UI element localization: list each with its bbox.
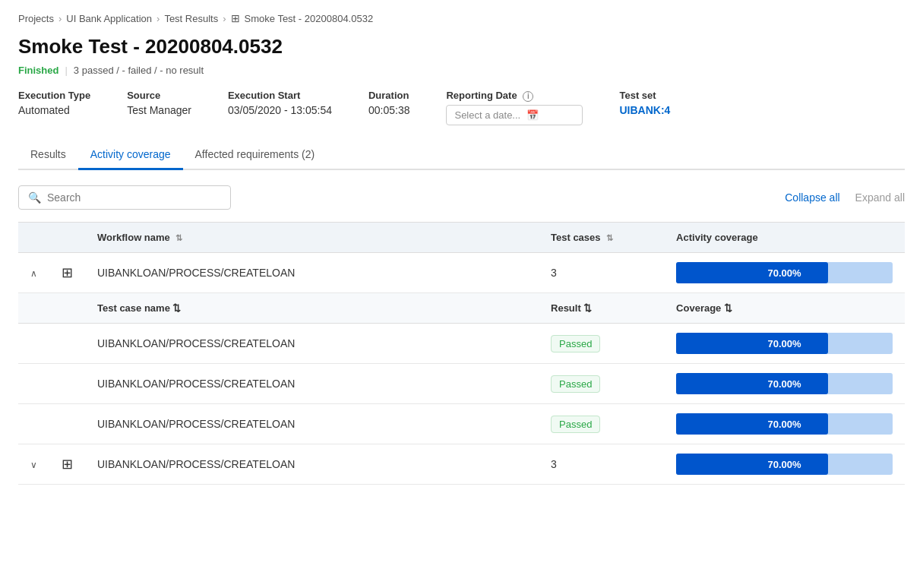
- toolbar-actions: Collapse all Expand all: [785, 191, 905, 204]
- breadcrumb-projects[interactable]: Projects: [18, 13, 54, 24]
- page-container: Projects › UI Bank Application › Test Re…: [0, 0, 923, 497]
- source-value: Test Manager: [127, 104, 191, 116]
- toggle-icon[interactable]: ∨: [30, 460, 37, 470]
- result-cell: Passed: [539, 324, 664, 364]
- source-label: Source: [127, 90, 191, 101]
- search-input[interactable]: [47, 191, 221, 204]
- execution-type-value: Automated: [18, 104, 90, 116]
- sep3: ›: [223, 13, 226, 24]
- meta-reporting-date: Reporting Date i Select a date... 📅: [446, 90, 583, 125]
- search-icon: 🔍: [28, 191, 41, 204]
- workflow-name-cell: UIBANKLOAN/PROCESS/CREATELOAN: [85, 253, 539, 293]
- workflow-icon: ⊞: [62, 457, 73, 472]
- sep2: ›: [156, 13, 160, 24]
- breadcrumb: Projects › UI Bank Application › Test Re…: [18, 12, 905, 24]
- tab-results[interactable]: Results: [18, 141, 78, 170]
- th-coverage[interactable]: Coverage ⇅: [664, 293, 905, 324]
- test-set-value[interactable]: UIBANK:4: [619, 104, 670, 116]
- table-row: ∧ ⊞ UIBANKLOAN/PROCESS/CREATELOAN 3 70.0…: [18, 253, 905, 293]
- search-box[interactable]: 🔍: [18, 185, 231, 210]
- workflow-name-cell: UIBANKLOAN/PROCESS/CREATELOAN: [85, 444, 539, 485]
- sort-result-icon: ⇅: [583, 302, 592, 314]
- coverage-detail-cell: 70.00%: [664, 324, 905, 364]
- tab-activity-coverage[interactable]: Activity coverage: [78, 141, 183, 170]
- coverage-detail-cell: 70.00%: [664, 364, 905, 404]
- test-case-name-cell: UIBANKLOAN/PROCESS/CREATELOAN: [85, 324, 539, 364]
- test-cases-count: 3: [539, 253, 664, 293]
- breadcrumb-test-results[interactable]: Test Results: [164, 13, 218, 24]
- meta-duration: Duration 00:05:38: [368, 90, 410, 125]
- result-cell: Passed: [539, 364, 664, 404]
- date-picker[interactable]: Select a date... 📅: [446, 105, 583, 125]
- duration-value: 00:05:38: [368, 104, 410, 116]
- coverage-detail-cell: 70.00%: [664, 404, 905, 444]
- result-cell: Passed: [539, 404, 664, 444]
- page-title: Smoke Test - 20200804.0532: [18, 35, 905, 58]
- toggle-icon[interactable]: ∧: [30, 268, 37, 279]
- test-cases-count: 3: [539, 444, 664, 485]
- sort-testcasename-icon: ⇅: [172, 302, 181, 314]
- status-finished: Finished: [18, 65, 58, 76]
- table-row: UIBANKLOAN/PROCESS/CREATELOAN Passed 70.…: [18, 324, 905, 364]
- table-row: UIBANKLOAN/PROCESS/CREATELOAN Passed 70.…: [18, 404, 905, 444]
- meta-grid: Execution Type Automated Source Test Man…: [18, 90, 905, 125]
- table-header-row: Workflow name ⇅ Test cases ⇅ Activity co…: [18, 223, 905, 253]
- meta-execution-type: Execution Type Automated: [18, 90, 90, 125]
- expand-all-button[interactable]: Expand all: [855, 191, 905, 204]
- th-result[interactable]: Result ⇅: [539, 293, 664, 324]
- calendar-icon: 📅: [526, 109, 539, 121]
- tab-affected-requirements[interactable]: Affected requirements (2): [183, 141, 327, 170]
- sub-header-row: Test case name ⇅ Result ⇅ Coverage ⇅: [18, 293, 905, 324]
- th-expand: [18, 223, 49, 253]
- status-badge: Passed: [551, 335, 600, 352]
- tabs: Results Activity coverage Affected requi…: [18, 141, 905, 170]
- coverage-cell: 70.00%: [664, 253, 905, 293]
- th-activity-coverage: Activity coverage: [664, 223, 905, 253]
- table-row: ∨ ⊞ UIBANKLOAN/PROCESS/CREATELOAN 3 70.0…: [18, 444, 905, 485]
- collapse-all-button[interactable]: Collapse all: [785, 191, 839, 204]
- sep1: ›: [58, 13, 62, 24]
- sort-coverage-icon: ⇅: [724, 302, 732, 314]
- coverage-cell: 70.00%: [664, 444, 905, 485]
- th-test-cases[interactable]: Test cases ⇅: [539, 223, 664, 253]
- status-badge: Passed: [551, 375, 600, 393]
- th-workflow-name[interactable]: Workflow name ⇅: [85, 223, 539, 253]
- toolbar: 🔍 Collapse all Expand all: [18, 185, 905, 210]
- info-icon: i: [523, 91, 533, 102]
- data-table: Workflow name ⇅ Test cases ⇅ Activity co…: [18, 222, 905, 485]
- execution-start-value: 03/05/2020 - 13:05:54: [228, 104, 332, 116]
- test-case-name-cell: UIBANKLOAN/PROCESS/CREATELOAN: [85, 404, 539, 444]
- breadcrumb-app[interactable]: UI Bank Application: [66, 13, 152, 24]
- status-stats: 3 passed / - failed / - no result: [74, 65, 204, 76]
- test-set-label: Test set: [619, 90, 670, 101]
- execution-type-label: Execution Type: [18, 90, 90, 101]
- date-placeholder: Select a date...: [454, 109, 520, 121]
- status-bar: Finished | 3 passed / - failed / - no re…: [18, 65, 905, 76]
- th-test-case-name[interactable]: Test case name ⇅: [85, 293, 539, 324]
- filter-icon: ⊞: [231, 12, 240, 24]
- meta-execution-start: Execution Start 03/05/2020 - 13:05:54: [228, 90, 332, 125]
- sort-workflow-icon: ⇅: [175, 233, 182, 242]
- execution-start-label: Execution Start: [228, 90, 332, 101]
- reporting-date-label: Reporting Date i: [446, 90, 583, 102]
- duration-label: Duration: [368, 90, 410, 101]
- sort-testcases-icon: ⇅: [606, 233, 613, 242]
- test-case-name-cell: UIBANKLOAN/PROCESS/CREATELOAN: [85, 364, 539, 404]
- th-icon: [49, 223, 85, 253]
- table-body: ∧ ⊞ UIBANKLOAN/PROCESS/CREATELOAN 3 70.0…: [18, 253, 905, 485]
- table-row: UIBANKLOAN/PROCESS/CREATELOAN Passed 70.…: [18, 364, 905, 404]
- meta-source: Source Test Manager: [127, 90, 191, 125]
- status-badge: Passed: [551, 416, 600, 433]
- status-divider: |: [65, 65, 67, 76]
- breadcrumb-current: Smoke Test - 20200804.0532: [245, 13, 374, 24]
- workflow-icon: ⊞: [62, 265, 73, 280]
- meta-test-set: Test set UIBANK:4: [619, 90, 670, 125]
